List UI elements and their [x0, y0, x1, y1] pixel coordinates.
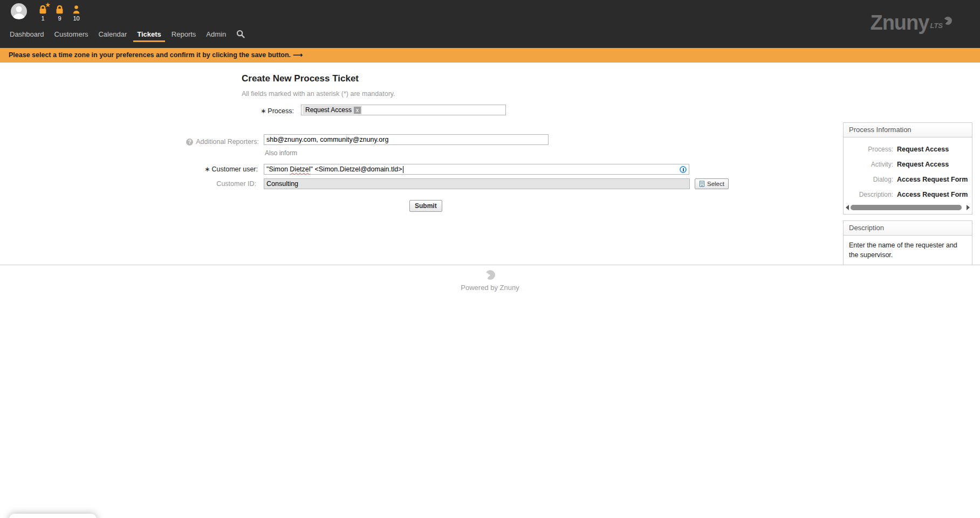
right-arrow-icon: ⟶ [293, 51, 303, 59]
info-row-label: Dialog: [844, 176, 897, 183]
page-title: Create New Process Ticket [242, 73, 359, 84]
bottom-left-popup[interactable] [9, 514, 97, 518]
customer-id-label: Customer ID: [162, 178, 256, 189]
znuny-agent-interface: ★ 1 9 10 [0, 0, 980, 518]
znuny-pacman-icon [485, 270, 495, 280]
footer: Powered by Znuny [0, 268, 980, 292]
customer-user-label: ∗Customer user: [162, 164, 258, 175]
search-icon [236, 30, 245, 38]
info-row-value: Access Request Form [897, 176, 968, 183]
timezone-notification-bar[interactable]: Please select a time zone in your prefer… [0, 48, 980, 63]
person-icon [72, 5, 81, 14]
search-button[interactable] [236, 26, 245, 42]
badge-count: 1 [41, 15, 44, 22]
logo-brand-text: Znuny [870, 14, 929, 31]
nav-reports[interactable]: Reports [172, 26, 196, 42]
customer-user-details-icon[interactable] [680, 166, 687, 173]
additional-reporters-value: shb@znuny.com, community@znuny.org [266, 136, 388, 143]
znuny-logo: Znuny LTS [870, 14, 952, 31]
powered-by-link[interactable]: Powered by Znuny [0, 284, 980, 292]
sidebar: Process Information Process: Request Acc… [843, 122, 972, 271]
remove-process-icon[interactable]: x [354, 107, 361, 114]
info-row-label: Process: [844, 146, 897, 153]
info-row-label: Description: [844, 191, 897, 198]
badge-count: 9 [58, 15, 61, 22]
user-avatar[interactable] [11, 3, 27, 19]
also-inform-hint: Also inform [265, 149, 297, 157]
mandatory-fields-note: All fields marked with an asterisk (*) a… [242, 90, 395, 98]
description-widget: Description Enter the name of the reques… [843, 220, 972, 265]
main-navigation: Dashboard Customers Calendar Tickets Rep… [10, 26, 245, 42]
required-marker: ∗ [261, 107, 266, 115]
process-information-widget: Process Information Process: Request Acc… [843, 122, 972, 215]
process-information-body: Process: Request Access Activity: Reques… [844, 137, 972, 203]
watched-tickets-badge[interactable]: 9 [52, 5, 67, 22]
process-information-header[interactable]: Process Information [844, 123, 972, 137]
customer-user-input[interactable]: "Simon Dietzel" <Simon.Dietzel@domain.tl… [264, 164, 689, 175]
info-row-description: Description: Access Request Form [844, 187, 972, 202]
main-content: Create New Process Ticket All fields mar… [0, 63, 980, 265]
nav-customers[interactable]: Customers [54, 26, 88, 42]
additional-reporters-input[interactable]: shb@znuny.com, community@znuny.org [264, 134, 549, 145]
customer-user-value-misspelled: Dietzel [290, 165, 310, 173]
nav-dashboard[interactable]: Dashboard [10, 26, 44, 42]
star-icon: ★ [45, 2, 51, 8]
customer-id-input: Consulting [264, 178, 690, 189]
additional-reporters-label: Additional Reporters: [196, 136, 259, 147]
info-row-dialog: Dialog: Access Request Form [844, 172, 972, 187]
info-row-value: Access Request Form [897, 191, 968, 198]
customer-user-label-text: Customer user: [212, 165, 258, 173]
pacman-icon [944, 17, 952, 25]
top-navigation-bar: ★ 1 9 10 [0, 0, 980, 48]
customer-id-select-button[interactable]: Select [695, 178, 729, 189]
horizontal-scrollbar[interactable] [844, 203, 972, 214]
nav-calendar[interactable]: Calendar [98, 26, 127, 42]
badge-count: 10 [73, 15, 79, 22]
additional-reporters-label-row: ? Additional Reporters: [162, 136, 259, 147]
info-row-process: Process: Request Access [844, 142, 972, 157]
nav-admin[interactable]: Admin [206, 26, 226, 42]
submit-button[interactable]: Submit [409, 200, 442, 212]
info-row-label: Activity: [844, 161, 897, 168]
scrollbar-track[interactable] [851, 205, 965, 210]
process-label: ∗Process: [205, 106, 294, 116]
process-select-input[interactable]: Request Access x [301, 105, 506, 115]
selected-process-name: Request Access [305, 106, 352, 114]
scroll-right-arrow-icon[interactable] [967, 205, 970, 210]
logo-lts-text: LTS [930, 22, 943, 30]
info-row-activity: Activity: Request Access [844, 157, 972, 172]
description-header[interactable]: Description [844, 221, 972, 236]
customer-user-value-rest: " <Simon.Dietzel@domain.tld> [311, 165, 402, 173]
notification-badges: ★ 1 9 10 [36, 5, 84, 22]
person-icon [12, 5, 25, 19]
process-label-text: Process: [268, 107, 294, 115]
locked-tickets-badge[interactable]: ★ 1 [36, 5, 50, 22]
text-caret [403, 166, 403, 173]
lock-icon [55, 5, 64, 14]
scroll-left-arrow-icon[interactable] [846, 205, 849, 210]
responsible-tickets-badge[interactable]: 10 [69, 5, 84, 22]
select-button-label: Select [707, 181, 724, 187]
scrollbar-thumb[interactable] [851, 205, 962, 210]
help-icon[interactable]: ? [186, 139, 193, 146]
required-marker: ∗ [204, 165, 210, 173]
customer-id-value: Consulting [266, 180, 298, 188]
building-icon [699, 181, 705, 187]
nav-tickets[interactable]: Tickets [137, 26, 161, 42]
selected-process-tag: Request Access x [303, 106, 362, 114]
notification-message: Please select a time zone in your prefer… [9, 51, 291, 59]
customer-user-value-open: "Simon [266, 165, 290, 173]
info-row-value: Request Access [897, 146, 949, 153]
info-row-value: Request Access [897, 161, 949, 168]
description-body: Enter the name of the requester and the … [844, 236, 972, 265]
